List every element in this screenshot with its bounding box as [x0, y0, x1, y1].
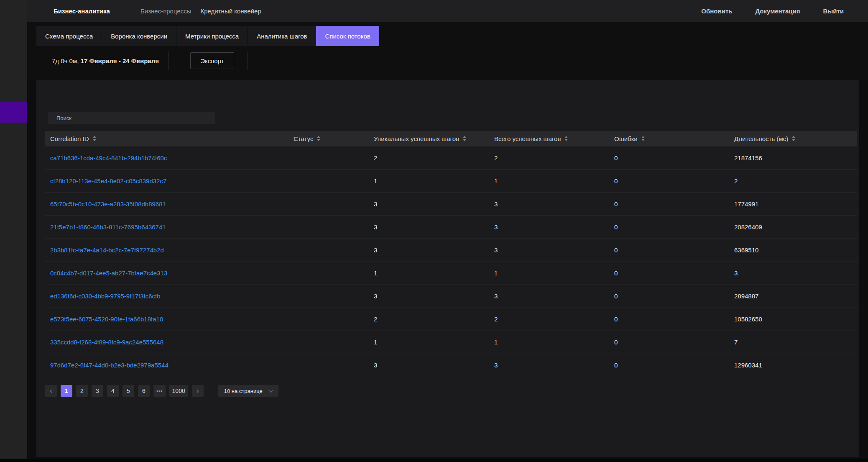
toolbar-divider: [168, 51, 168, 70]
cell-unique_success_steps: 1: [369, 262, 489, 285]
pagination-page-5[interactable]: 5: [123, 385, 134, 397]
column-label: Ошибки: [614, 135, 638, 142]
search-input[interactable]: [48, 112, 215, 124]
cell-status: [288, 192, 369, 216]
pagination-page-3[interactable]: 3: [92, 385, 103, 397]
sort-icon[interactable]: [93, 136, 96, 141]
refresh-button[interactable]: Обновить: [701, 8, 732, 15]
sort-icon[interactable]: [463, 136, 466, 141]
cell-errors: 0: [609, 239, 729, 262]
correlation-id-link[interactable]: 0c84c4b7-d017-4ee5-ab27-7bfae7c4e313: [50, 270, 167, 277]
cell-id: 335ccdd8-f268-4f89-8fc9-9ac24e555648: [45, 331, 288, 354]
table-row: cf28b120-113e-45e4-8e02-c05c839d32c71102: [45, 169, 857, 192]
pagination-prev-button[interactable]: ‹: [45, 385, 57, 397]
cell-total_success_steps: 3: [489, 216, 609, 239]
correlation-id-link[interactable]: 97d6d7e2-6f47-44d0-b2e3-bde2979a5544: [50, 362, 168, 369]
column-header-5[interactable]: Ошибки: [609, 131, 729, 146]
cell-total_success_steps: 3: [489, 239, 609, 262]
cell-duration_ms: 6369510: [729, 239, 857, 262]
cell-unique_success_steps: 3: [369, 354, 489, 377]
cell-status: [288, 239, 369, 262]
sort-icon[interactable]: [317, 136, 320, 141]
correlation-id-link[interactable]: 65f70c5b-0c10-473e-a283-35f08db89681: [50, 200, 166, 208]
column-header-2[interactable]: Статус: [288, 131, 369, 146]
cell-id: 21f5e7b1-f860-46b3-811c-7695b6436741: [45, 216, 288, 239]
table-row: 2b3b81fc-fa7e-4a14-bc2c-7e7f97274b2d3306…: [45, 239, 857, 262]
table-row: 0c84c4b7-d017-4ee5-ab27-7bfae7c4e3131103: [45, 262, 857, 285]
correlation-id-link[interactable]: 335ccdd8-f268-4f89-8fc9-9ac24e555648: [50, 339, 163, 346]
table-row: ed136f6d-c030-4bb9-9795-9f17f3fc6cfb3302…: [45, 285, 857, 308]
table-row: 65f70c5b-0c10-473e-a283-35f08db896813301…: [45, 192, 857, 216]
page-size-label: 10 на странице: [224, 388, 263, 394]
correlation-id-link[interactable]: ca71b636-1cda-49c4-841b-294b1b74f60c: [50, 154, 167, 162]
tab-steps-analytics[interactable]: Аналитика шагов: [248, 26, 316, 46]
cell-errors: 0: [609, 169, 729, 192]
cell-id: 97d6d7e2-6f47-44d0-b2e3-bde2979a5544: [45, 354, 288, 377]
correlation-id-link[interactable]: ed136f6d-c030-4bb9-9795-9f17f3fc6cfb: [50, 293, 161, 300]
chevron-down-icon: [268, 388, 273, 393]
tab-conversion-funnel[interactable]: Воронка конверсии: [102, 26, 176, 46]
column-label: Всего успешных шагов: [494, 135, 561, 142]
pagination-page-6[interactable]: 6: [138, 385, 150, 397]
cell-status: [288, 146, 369, 169]
export-button[interactable]: Экспорт: [190, 52, 234, 69]
table-header: Correlation IDСтатусУникальных успешных …: [45, 131, 857, 146]
cell-duration_ms: 20826409: [729, 216, 857, 239]
cell-duration_ms: 10582650: [729, 308, 857, 331]
cell-unique_success_steps: 1: [369, 169, 489, 192]
sort-icon[interactable]: [564, 136, 568, 141]
nav-credit-pipeline[interactable]: Кредитный конвейер: [201, 8, 261, 15]
sort-icon[interactable]: [641, 136, 645, 141]
app-title[interactable]: Бизнес-аналитика: [54, 8, 110, 15]
tab-process-metrics[interactable]: Метрики процесса: [176, 26, 248, 46]
cell-total_success_steps: 2: [489, 308, 609, 331]
cell-errors: 0: [609, 216, 729, 239]
sidebar-accent-item[interactable]: [0, 102, 27, 123]
cell-duration_ms: 21874156: [729, 146, 857, 169]
cell-status: [288, 331, 369, 354]
documentation-button[interactable]: Документация: [755, 8, 800, 15]
cell-id: cf28b120-113e-45e4-8e02-c05c839d32c7: [45, 169, 288, 192]
cell-errors: 0: [609, 146, 729, 169]
column-label: Статус: [294, 135, 313, 142]
cell-unique_success_steps: 2: [369, 308, 489, 331]
cell-unique_success_steps: 1: [369, 331, 489, 354]
cell-errors: 0: [609, 192, 729, 216]
cell-status: [288, 262, 369, 285]
cell-duration_ms: 3: [729, 262, 857, 285]
pagination-page-4[interactable]: 4: [107, 385, 119, 397]
cell-errors: 0: [609, 331, 729, 354]
cell-errors: 0: [609, 285, 729, 308]
column-header-3[interactable]: Уникальных успешных шагов: [369, 131, 489, 146]
page-size-select[interactable]: 10 на странице: [218, 385, 278, 397]
pagination-next-button[interactable]: ›: [192, 385, 204, 397]
correlation-id-link[interactable]: cf28b120-113e-45e4-8e02-c05c839d32c7: [50, 177, 166, 185]
pagination-page-2[interactable]: 2: [76, 385, 88, 397]
tab-flows-list[interactable]: Список потоков: [316, 26, 379, 46]
cell-status: [288, 169, 369, 192]
correlation-id-link[interactable]: 2b3b81fc-fa7e-4a14-bc2c-7e7f97274b2d: [50, 246, 164, 254]
tab-bar: Схема процессаВоронка конверсииМетрики п…: [36, 26, 379, 46]
pagination-page-1000[interactable]: 1000: [169, 385, 188, 397]
column-header-6[interactable]: Длительность (мс): [729, 131, 857, 146]
cell-unique_success_steps: 3: [369, 216, 489, 239]
nav-business-processes[interactable]: Бизнес-процессы: [140, 8, 191, 15]
cell-duration_ms: 2: [729, 169, 857, 192]
column-label: Длительность (мс): [734, 135, 788, 142]
pagination-page-1[interactable]: 1: [61, 385, 72, 397]
pagination-ellipsis-button[interactable]: •••: [153, 385, 166, 397]
column-header-4[interactable]: Всего успешных шагов: [489, 131, 609, 146]
correlation-id-link[interactable]: e573f5ee-6075-4520-90fe-1fa66b18fa10: [50, 316, 163, 323]
cell-status: [288, 285, 369, 308]
column-header-1[interactable]: Correlation ID: [45, 131, 288, 146]
table-row: 97d6d7e2-6f47-44d0-b2e3-bde2979a55443301…: [45, 354, 857, 377]
flows-panel: Correlation IDСтатусУникальных успешных …: [36, 80, 859, 457]
cell-duration_ms: 7: [729, 331, 857, 354]
sort-icon[interactable]: [792, 136, 795, 141]
cell-unique_success_steps: 3: [369, 239, 489, 262]
cell-unique_success_steps: 3: [369, 285, 489, 308]
tab-process-schema[interactable]: Схема процесса: [36, 26, 102, 46]
logout-button[interactable]: Выйти: [823, 8, 844, 15]
cell-duration_ms: 12960341: [729, 354, 857, 377]
correlation-id-link[interactable]: 21f5e7b1-f860-46b3-811c-7695b6436741: [50, 223, 166, 231]
